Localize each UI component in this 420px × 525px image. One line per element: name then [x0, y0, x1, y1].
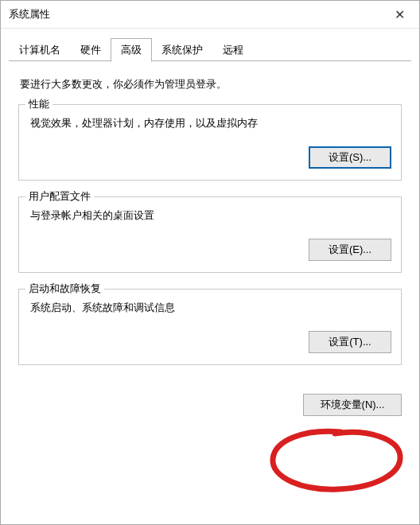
group-startup-recovery: 启动和故障恢复 系统启动、系统故障和调试信息 设置(T)... — [18, 289, 402, 365]
button-label: 设置(S)... — [329, 150, 371, 165]
admin-notice: 要进行大多数更改，你必须作为管理员登录。 — [20, 77, 400, 91]
group-legend: 用户配置文件 — [25, 189, 94, 204]
tab-label: 系统保护 — [161, 44, 203, 56]
group-user-profile: 用户配置文件 与登录帐户相关的桌面设置 设置(E)... — [18, 196, 402, 273]
group-desc: 系统启动、系统故障和调试信息 — [30, 301, 391, 315]
tab-remote[interactable]: 远程 — [212, 39, 254, 61]
titlebar: 系统属性 ✕ — [1, 1, 419, 29]
button-row: 设置(T)... — [30, 331, 391, 353]
close-button[interactable]: ✕ — [381, 2, 418, 27]
group-legend: 启动和故障恢复 — [25, 282, 104, 296]
environment-variables-button[interactable]: 环境变量(N)... — [303, 394, 402, 416]
tab-label: 计算机名 — [19, 44, 60, 56]
tab-computer-name[interactable]: 计算机名 — [9, 39, 71, 61]
button-row: 设置(S)... — [30, 146, 391, 169]
performance-settings-button[interactable]: 设置(S)... — [309, 146, 391, 169]
tab-label: 硬件 — [80, 44, 101, 56]
button-row: 设置(E)... — [30, 239, 391, 261]
group-performance: 性能 视觉效果，处理器计划，内存使用，以及虚拟内存 设置(S)... — [18, 104, 402, 181]
tab-content-advanced: 要进行大多数更改，你必须作为管理员登录。 性能 视觉效果，处理器计划，内存使用，… — [1, 61, 419, 389]
group-desc: 视觉效果，处理器计划，内存使用，以及虚拟内存 — [30, 116, 391, 130]
tab-label: 高级 — [121, 44, 142, 56]
close-icon: ✕ — [395, 7, 405, 22]
button-label: 设置(T)... — [329, 335, 371, 349]
system-properties-window: 系统属性 ✕ 计算机名 硬件 高级 系统保护 远程 要进行大多数更改，你必须作为… — [0, 0, 420, 525]
tab-advanced[interactable]: 高级 — [111, 38, 152, 62]
tab-strip: 计算机名 硬件 高级 系统保护 远程 — [1, 29, 419, 61]
tab-label: 远程 — [223, 44, 243, 56]
button-label: 设置(E)... — [329, 243, 371, 257]
window-title: 系统属性 — [9, 7, 50, 21]
group-legend: 性能 — [25, 97, 52, 111]
tab-system-protection[interactable]: 系统保护 — [151, 39, 213, 61]
annotation-circle-icon — [265, 426, 408, 497]
startup-settings-button[interactable]: 设置(T)... — [309, 331, 391, 353]
profile-settings-button[interactable]: 设置(E)... — [309, 239, 391, 261]
env-row: 环境变量(N)... — [18, 394, 402, 416]
group-desc: 与登录帐户相关的桌面设置 — [30, 208, 391, 223]
button-label: 环境变量(N)... — [321, 398, 385, 412]
tab-hardware[interactable]: 硬件 — [70, 39, 111, 61]
